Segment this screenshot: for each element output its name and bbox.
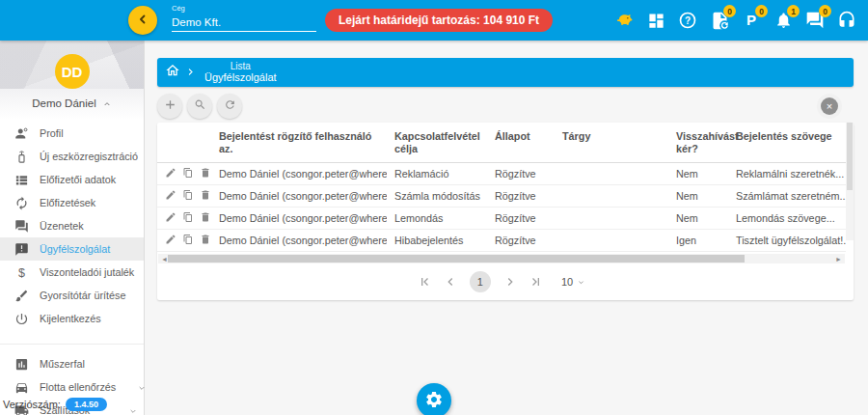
- cell-callback: Nem: [668, 162, 728, 184]
- sidebar-item-gyorsitotar-uritese[interactable]: Gyorsítótár ürítése: [0, 284, 144, 307]
- cell-callback: Nem: [668, 207, 728, 229]
- cell-subject: [555, 229, 668, 251]
- page-size-select[interactable]: 10: [561, 276, 585, 288]
- sidebar-item-ugyfelszolgalat[interactable]: Ügyfélszolgálat: [0, 237, 144, 261]
- horizontal-scrollbar[interactable]: ◄ ►: [158, 254, 845, 263]
- home-icon[interactable]: [165, 63, 180, 82]
- notifications-badge: 1: [787, 5, 800, 17]
- copy-icon[interactable]: [182, 211, 194, 225]
- list-toolbar: ×: [157, 90, 854, 123]
- chevron-up-icon: [102, 95, 112, 112]
- delete-icon[interactable]: [200, 211, 211, 225]
- document-sync-icon[interactable]: 0: [708, 9, 731, 32]
- user-menu-toggle[interactable]: Demo Dániel: [0, 89, 144, 120]
- sidebar-item-label: Üzenetek: [40, 220, 84, 232]
- delete-icon[interactable]: [200, 234, 211, 247]
- table-row[interactable]: Demo Dániel (csongor.peter@whereis.eu) R…: [157, 162, 846, 184]
- brush-icon: [14, 288, 29, 303]
- cell-text: Reklamálni szeretnék...: [728, 162, 846, 184]
- sidebar-item-muszerfal[interactable]: Műszerfal: [0, 352, 144, 375]
- sidebar-item-elofizetoi-adatok[interactable]: Előfizetői adatok: [0, 168, 144, 191]
- company-input[interactable]: [172, 14, 316, 32]
- settings-fab-button[interactable]: [417, 383, 451, 415]
- scroll-right-arrow[interactable]: ►: [835, 256, 842, 263]
- cell-status: Rögzítve: [487, 229, 555, 251]
- scrollbar-thumb[interactable]: [168, 255, 745, 263]
- delete-icon[interactable]: [200, 167, 211, 180]
- sidebar-item-flotta-ellenorzes[interactable]: Flotta ellenőrzés: [0, 375, 144, 399]
- close-panel-button[interactable]: ×: [817, 94, 842, 119]
- edit-icon[interactable]: [165, 167, 176, 180]
- avatar[interactable]: DD: [55, 54, 90, 89]
- cell-text: Lemondás szövege...: [728, 207, 846, 229]
- results-table-card: Bejelentést rögzítő felhasználó az. Kapc…: [157, 123, 854, 300]
- sidebar-item-label: Viszonteladói jutalék: [40, 266, 134, 278]
- table-row[interactable]: Demo Dániel (csongor.peter@whereis.eu) L…: [157, 207, 846, 229]
- pagination: 1 10: [157, 263, 846, 300]
- table-row[interactable]: Demo Dániel (csongor.peter@whereis.eu) S…: [157, 184, 846, 207]
- current-page-button[interactable]: 1: [470, 271, 491, 292]
- edit-icon[interactable]: [165, 211, 176, 225]
- piggy-bank-icon[interactable]: [612, 9, 636, 32]
- refresh-icon: [224, 98, 236, 114]
- dashboard-grid-icon[interactable]: [644, 9, 667, 32]
- sidebar-item-kijelentkezes[interactable]: Kijelentkezés: [0, 307, 144, 330]
- breadcrumb-chevron-icon: [186, 64, 195, 81]
- overdue-alert-badge[interactable]: Lejárt határidejű tartozás: 104 910 Ft: [325, 9, 553, 32]
- delete-icon[interactable]: [200, 189, 211, 203]
- parking-icon[interactable]: P 0: [740, 9, 763, 32]
- search-button[interactable]: [187, 94, 212, 119]
- sidebar-item-viszonteladoi-jutalek[interactable]: $ Viszonteladói jutalék: [0, 261, 144, 284]
- breadcrumb-text[interactable]: Lista Ügyfélszolgálat: [204, 61, 277, 84]
- column-header-user: Bejelentést rögzítő felhasználó az.: [211, 123, 387, 162]
- company-label: Cég: [172, 4, 316, 13]
- search-icon: [194, 98, 206, 114]
- topbar: Cég Lejárt határidejű tartozás: 104 910 …: [0, 0, 868, 41]
- chat-icon[interactable]: 0: [803, 9, 827, 32]
- headset-icon[interactable]: [835, 9, 858, 32]
- cell-user: Demo Dániel (csongor.peter@whereis.eu): [211, 207, 387, 229]
- cell-purpose: Reklamáció: [387, 162, 487, 184]
- parking-badge: 0: [755, 5, 768, 17]
- vertical-scrollbar-thumb[interactable]: [847, 123, 853, 190]
- cell-user: Demo Dániel (csongor.peter@whereis.eu): [211, 229, 387, 251]
- table-row[interactable]: Demo Dániel (csongor.peter@whereis.eu) H…: [157, 229, 846, 251]
- back-button[interactable]: [128, 6, 157, 35]
- sidebar-item-uzenetek[interactable]: Üzenetek: [0, 214, 144, 237]
- sidebar-item-label: Kijelentkezés: [40, 313, 101, 324]
- sidebar-item-uj-eszkozregisztracio[interactable]: Új eszközregisztráció: [0, 145, 144, 168]
- cell-text: Tisztelt ügyfélszolgálat!...: [728, 229, 846, 251]
- cell-purpose: Hibabejelentés: [387, 229, 487, 251]
- car-icon: [14, 379, 29, 395]
- vertical-scrollbar[interactable]: [846, 123, 854, 240]
- sidebar-item-label: Előfizetői adatok: [40, 174, 116, 185]
- copy-icon[interactable]: [182, 189, 194, 203]
- notifications-bell-icon[interactable]: 1: [772, 9, 795, 32]
- refresh-button[interactable]: [217, 94, 242, 119]
- prev-page-button[interactable]: [444, 275, 457, 289]
- copy-icon[interactable]: [182, 167, 194, 180]
- cell-subject: [555, 162, 668, 184]
- edit-icon[interactable]: [165, 234, 176, 247]
- last-page-button[interactable]: [529, 275, 543, 289]
- help-icon[interactable]: ?: [676, 9, 699, 32]
- cell-user: Demo Dániel (csongor.peter@whereis.eu): [211, 184, 387, 207]
- cell-purpose: Lemondás: [387, 207, 487, 229]
- cell-status: Rögzítve: [487, 207, 555, 229]
- sidebar-item-profil[interactable]: Profil: [0, 122, 144, 145]
- first-page-button[interactable]: [418, 275, 431, 289]
- scroll-left-arrow[interactable]: ◄: [161, 256, 168, 263]
- version-info: Verziószám: 1.4.50: [3, 398, 107, 411]
- sidebar-item-label: Gyorsítótár ürítése: [40, 290, 125, 301]
- add-button[interactable]: [157, 94, 182, 119]
- page-size-value: 10: [561, 276, 573, 288]
- copy-icon[interactable]: [182, 234, 194, 247]
- main-content: Lista Ügyfélszolgálat: [145, 41, 868, 415]
- sidebar-item-elofizetesek[interactable]: Előfizetések: [0, 191, 144, 214]
- edit-icon[interactable]: [165, 189, 176, 203]
- caret-down-icon: [577, 276, 585, 288]
- cell-status: Rögzítve: [487, 162, 555, 184]
- next-page-button[interactable]: [503, 275, 517, 289]
- breadcrumb-parent: Lista: [231, 61, 251, 72]
- company-field-group: Cég: [172, 4, 316, 32]
